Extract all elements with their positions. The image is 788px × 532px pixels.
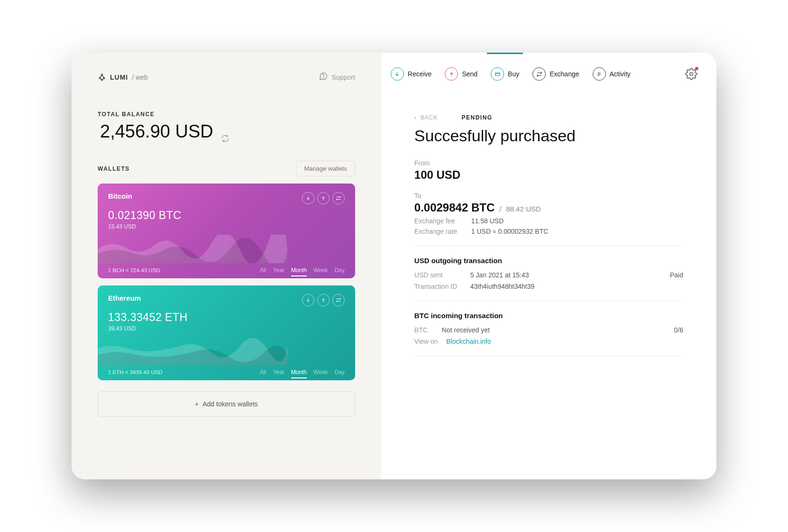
refresh-icon[interactable] [220,127,230,137]
range-month[interactable]: Month [291,267,307,274]
rate-value: 1 USD ≈ 0.00002932 BTC [471,228,549,235]
wallet-chart [98,337,287,365]
chevron-left-icon: ‹ [414,114,417,121]
right-header: Receive Send Buy Exchange Activity [381,53,716,91]
sent-value: 5 Jan 2021 at 15:43 [470,271,529,279]
wallets-label: WALLETS [98,165,130,172]
nav-send[interactable]: Send [445,64,477,83]
total-balance-label: TOTAL BALANCE [98,111,355,118]
exchange-icon[interactable] [332,192,345,204]
exchange-icon[interactable] [332,294,345,306]
txid-label: Transaction ID [414,283,462,290]
wallet-rate: 1 ETH = 3439.43 USD [108,369,163,375]
txid-value: 43th4iuth948ht34ht39 [470,283,534,290]
btc-value: Not received yet [442,326,490,334]
back-label: BACK [421,114,438,121]
send-icon[interactable] [317,294,330,306]
add-wallet-button[interactable]: + Add tokens wallets [98,391,355,417]
view-label: View on [414,338,438,345]
rate-label: Exchange rate [414,228,462,235]
nav-label: Exchange [550,70,579,78]
brand-name: LUMI [110,73,128,81]
wallet-amount: 0.021390 BTC [108,209,345,222]
to-label: To [414,192,683,200]
range-week[interactable]: Week [313,267,328,274]
right-panel: Receive Send Buy Exchange Activity [381,53,716,479]
nav-label: Receive [408,70,432,78]
divider [414,356,683,356]
total-balance: 2,456.90 USD [98,121,355,142]
sent-label: USD sent [414,271,462,279]
settings-icon[interactable] [685,68,697,80]
wallet-usd: 15.43 USD [108,223,345,230]
support-icon [319,72,328,83]
btc-label: BTC [414,326,433,334]
confirmations-count: 0/6 [674,326,683,334]
view-on-link[interactable]: View on Blockchain.info [414,338,491,345]
pending-label: PENDING [461,114,492,121]
nav-label: Activity [610,70,631,78]
left-header: LUMI / web Support [98,72,355,83]
receive-icon[interactable] [302,294,314,306]
nav-exchange[interactable]: Exchange [532,64,579,83]
back-button[interactable]: ‹ BACK [414,114,438,121]
manage-wallets-button[interactable]: Manage wallets [296,161,355,176]
to-amount: 0.0029842 BTC [414,201,495,214]
from-amount: 100 USD [414,168,683,182]
send-icon[interactable] [317,192,330,204]
fee-label: Exchange fee [414,217,462,225]
nav-activity[interactable]: Activity [593,64,631,83]
arrow-up-icon [445,67,458,81]
section-title: BTC incoming transaction [414,312,683,320]
status-badge: Paid [670,271,683,279]
nav-buy[interactable]: Buy [491,64,519,83]
wallet-card-bitcoin[interactable]: Bitcoin 0.021390 BTC 15.43 USD 1 BCH = 2… [98,183,355,278]
wallet-amount: 133.33452 ETH [108,311,345,324]
wallet-usd: 39.43 USD [108,325,345,332]
blockchain-link: Blockchain.info [446,338,491,345]
total-amount-value: 2,456.90 USD [100,121,213,142]
arrow-down-icon [391,67,404,81]
card-icon [491,67,504,81]
range-month[interactable]: Month [291,369,307,376]
outgoing-section: USD outgoing transaction USD sent5 Jan 2… [414,246,683,290]
wallet-rate: 1 BCH = 224.43 USD [108,267,160,273]
nav-label: Buy [508,70,519,78]
support-link[interactable]: Support [319,72,355,83]
range-year[interactable]: Year [273,369,284,376]
range-tabs: All Year Month Week Day [260,369,345,376]
nav-label: Send [462,70,477,78]
separator: / [499,205,501,213]
brand[interactable]: LUMI / web [98,73,148,82]
add-wallet-label: Add tokens wallets [202,400,258,408]
svg-point-6 [690,73,693,76]
range-year[interactable]: Year [273,267,284,274]
list-icon [593,67,606,81]
app-shell: LUMI / web Support TOTAL BALANCE 2,456.9… [72,53,716,479]
svg-point-0 [101,74,103,75]
range-all[interactable]: All [260,369,266,376]
incoming-section: BTC incoming transaction BTCNot received… [414,301,683,356]
from-label: From [414,159,683,167]
nav-receive[interactable]: Receive [391,64,432,83]
receive-icon[interactable] [302,192,314,204]
range-tabs: All Year Month Week Day [260,267,345,274]
wallet-card-ethereum[interactable]: Ethereum 133.33452 ETH 39.43 USD 1 ETH =… [98,285,355,380]
left-panel: LUMI / web Support TOTAL BALANCE 2,456.9… [72,53,381,479]
section-title: USD outgoing transaction [414,257,683,265]
wallet-chart [98,235,287,263]
range-day[interactable]: Day [334,267,344,274]
wallets-header: WALLETS Manage wallets [98,161,355,176]
range-all[interactable]: All [260,267,266,274]
svg-rect-5 [495,73,500,76]
wallet-name: Ethereum [108,294,141,302]
range-day[interactable]: Day [334,369,344,376]
brand-sub: / web [132,73,147,81]
swap-icon [532,67,546,81]
svg-point-4 [323,78,323,78]
fee-value: 11.58 USD [471,217,504,225]
right-content: ‹ BACK PENDING Succesfully purchased Fro… [381,91,716,479]
support-label: Support [332,73,355,81]
to-usd: 88.42 USD [506,205,541,213]
range-week[interactable]: Week [313,369,328,376]
